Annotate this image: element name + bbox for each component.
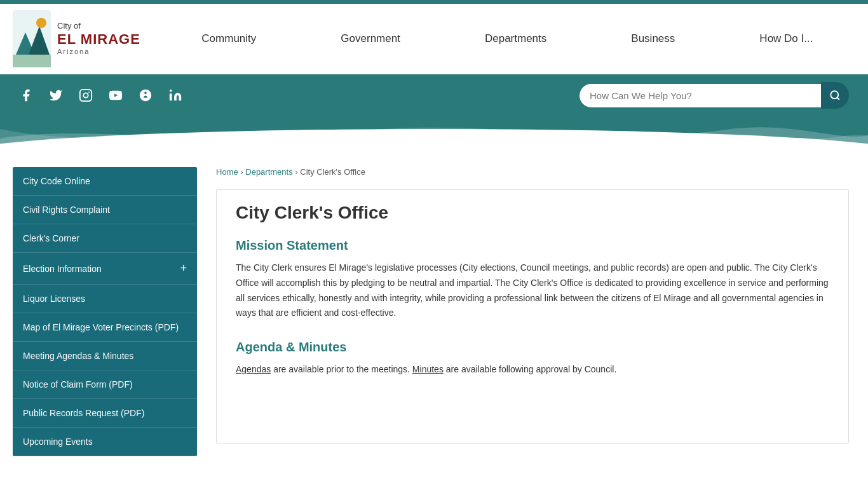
youtube-icon[interactable] — [109, 88, 123, 102]
content-box: City Clerk's Office Mission Statement Th… — [216, 189, 849, 444]
social-icons-group — [19, 88, 182, 102]
breadcrumb-departments[interactable]: Departments — [245, 167, 292, 177]
svg-rect-9 — [170, 93, 172, 100]
wave-svg — [0, 116, 868, 154]
svg-rect-4 — [13, 55, 51, 67]
nav-how-do-i[interactable]: How Do I... — [750, 26, 822, 51]
search-input[interactable] — [580, 84, 821, 107]
expand-election-icon: + — [180, 262, 187, 275]
sidebar-item-notice-of-claim[interactable]: Notice of Claim Form (PDF) — [13, 370, 197, 399]
main-content: City Code Online Civil Rights Complaint … — [0, 154, 868, 469]
sidebar-item-public-records[interactable]: Public Records Request (PDF) — [13, 399, 197, 428]
wave-decoration — [0, 116, 868, 154]
search-area — [580, 82, 849, 109]
search-icon — [829, 90, 841, 101]
nav-community[interactable]: Community — [192, 26, 266, 51]
sidebar: City Code Online Civil Rights Complaint … — [13, 167, 197, 456]
agenda-section-body: Agendas are available prior to the meeti… — [236, 362, 829, 377]
site-header: City of El Mirage Arizona Community Gove… — [0, 4, 868, 74]
nav-government[interactable]: Government — [331, 26, 410, 51]
linkedin-icon[interactable] — [168, 88, 182, 102]
logo-area[interactable]: City of El Mirage Arizona — [13, 10, 140, 67]
sidebar-item-civil-rights[interactable]: Civil Rights Complaint — [13, 196, 197, 224]
breadcrumb-home[interactable]: Home — [216, 167, 238, 177]
facebook-icon[interactable] — [19, 88, 33, 102]
sidebar-item-meeting-agendas[interactable]: Meeting Agendas & Minutes — [13, 342, 197, 370]
logo-text: City of El Mirage Arizona — [57, 21, 140, 56]
mission-section-title: Mission Statement — [236, 238, 829, 253]
nav-departments[interactable]: Departments — [475, 26, 556, 51]
instagram-icon[interactable] — [79, 88, 93, 102]
city-logo-icon — [13, 10, 51, 67]
main-navigation: Community Government Departments Busines… — [159, 26, 855, 51]
agenda-section-title: Agenda & Minutes — [236, 340, 829, 355]
logo-city-of: City of — [57, 21, 140, 31]
nextdoor-icon[interactable] — [139, 88, 153, 102]
svg-line-12 — [837, 97, 839, 99]
breadcrumb-current: City Clerk's Office — [300, 167, 365, 177]
sidebar-item-liquor-licenses[interactable]: Liquor Licenses — [13, 285, 197, 313]
sidebar-item-voter-precincts[interactable]: Map of El Mirage Voter Precincts (PDF) — [13, 313, 197, 342]
sidebar-item-clerks-corner[interactable]: Clerk's Corner — [13, 224, 197, 253]
sidebar-item-city-code-online[interactable]: City Code Online — [13, 167, 197, 196]
svg-point-6 — [83, 93, 88, 97]
twitter-icon[interactable] — [49, 88, 63, 102]
page-title: City Clerk's Office — [236, 203, 829, 223]
logo-el-mirage: El Mirage — [57, 31, 140, 48]
svg-point-11 — [831, 91, 838, 98]
agendas-link[interactable]: Agendas — [236, 364, 271, 374]
logo-arizona: Arizona — [57, 48, 140, 56]
agenda-text-suffix: are available following approval by Coun… — [444, 364, 616, 374]
mission-section-body: The City Clerk ensures El Mirage's legis… — [236, 261, 829, 321]
minutes-link[interactable]: Minutes — [412, 364, 444, 374]
svg-point-10 — [170, 90, 172, 92]
agenda-text-middle: are available prior to the meetings. — [271, 364, 412, 374]
sidebar-item-election-info[interactable]: Election Information + — [13, 253, 197, 285]
sidebar-item-upcoming-events[interactable]: Upcoming Events — [13, 428, 197, 456]
social-search-bar — [0, 74, 868, 116]
breadcrumb: Home › Departments › City Clerk's Office — [216, 167, 849, 177]
svg-point-7 — [88, 92, 90, 93]
svg-point-3 — [36, 18, 46, 28]
search-button[interactable] — [821, 82, 849, 109]
svg-rect-5 — [80, 90, 92, 101]
nav-business[interactable]: Business — [621, 26, 684, 51]
content-area: Home › Departments › City Clerk's Office… — [210, 167, 855, 456]
